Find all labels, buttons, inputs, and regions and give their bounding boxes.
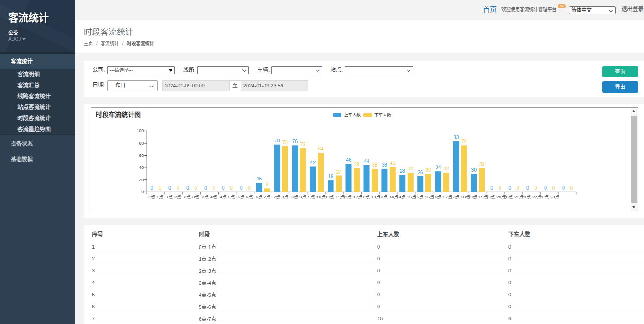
- svg-text:0: 0: [562, 185, 565, 191]
- svg-text:40: 40: [139, 165, 144, 170]
- svg-text:0: 0: [222, 185, 225, 191]
- svg-text:38: 38: [372, 162, 378, 168]
- svg-text:80: 80: [139, 141, 144, 145]
- svg-text:11点-12点: 11点-12点: [343, 194, 362, 199]
- svg-text:28: 28: [400, 168, 405, 174]
- svg-text:15: 15: [257, 176, 262, 181]
- svg-text:0: 0: [535, 185, 537, 191]
- svg-text:0: 0: [141, 190, 144, 194]
- svg-text:60: 60: [139, 153, 144, 158]
- svg-text:76: 76: [461, 139, 467, 144]
- svg-text:9点-10点: 9点-10点: [308, 194, 326, 199]
- svg-text:0: 0: [230, 185, 233, 191]
- svg-text:42: 42: [310, 160, 316, 165]
- svg-text:16点-17点: 16点-17点: [432, 194, 452, 199]
- svg-text:19: 19: [328, 174, 334, 179]
- svg-text:72: 72: [300, 141, 306, 147]
- svg-text:0: 0: [552, 185, 555, 191]
- svg-text:0: 0: [240, 185, 243, 191]
- svg-text:0点-1点: 0点-1点: [148, 194, 163, 199]
- svg-text:3点-4点: 3点-4点: [202, 194, 217, 199]
- svg-text:21点-22点: 21点-22点: [522, 194, 542, 199]
- svg-text:0: 0: [159, 185, 161, 191]
- svg-text:15点-16点: 15点-16点: [414, 194, 435, 199]
- svg-text:6点-7点: 6点-7点: [256, 194, 271, 199]
- svg-text:6: 6: [266, 181, 269, 187]
- svg-text:0: 0: [204, 185, 207, 191]
- svg-text:0: 0: [194, 185, 197, 191]
- svg-text:0: 0: [517, 185, 519, 191]
- svg-text:32: 32: [408, 166, 413, 171]
- svg-text:22点-23点: 22点-23点: [540, 194, 560, 199]
- svg-text:17点-18点: 17点-18点: [450, 194, 470, 199]
- svg-text:0: 0: [212, 185, 215, 191]
- svg-text:38: 38: [382, 162, 387, 168]
- svg-text:26: 26: [418, 169, 423, 175]
- svg-text:76: 76: [292, 139, 298, 144]
- svg-text:27: 27: [336, 169, 342, 174]
- svg-text:20: 20: [139, 178, 144, 182]
- svg-text:0: 0: [248, 185, 251, 191]
- svg-text:39: 39: [479, 162, 485, 167]
- svg-text:100: 100: [137, 128, 144, 133]
- svg-text:46: 46: [346, 157, 351, 162]
- svg-text:19点-20点: 19点-20点: [486, 194, 506, 199]
- svg-text:20点-21点: 20点-21点: [504, 194, 524, 199]
- svg-text:1点-2点: 1点-2点: [166, 194, 181, 199]
- svg-text:0: 0: [186, 185, 189, 191]
- svg-text:12点-13点: 12点-13点: [361, 194, 381, 199]
- svg-text:18点-19点: 18点-19点: [468, 194, 488, 199]
- svg-text:0: 0: [544, 185, 547, 191]
- svg-text:7点-8点: 7点-8点: [274, 194, 289, 199]
- svg-text:5点-6点: 5点-6点: [238, 194, 253, 199]
- svg-text:34: 34: [436, 164, 441, 170]
- svg-text:83: 83: [454, 134, 459, 140]
- svg-text:0: 0: [168, 185, 171, 191]
- svg-text:0: 0: [150, 185, 153, 191]
- svg-text:2点-3点: 2点-3点: [184, 194, 199, 199]
- svg-text:4点-5点: 4点-5点: [220, 194, 235, 199]
- svg-text:10点-11点: 10点-11点: [325, 194, 345, 199]
- svg-text:0: 0: [499, 185, 501, 191]
- svg-text:44: 44: [364, 158, 369, 164]
- svg-text:13点-14点: 13点-14点: [379, 194, 399, 199]
- svg-text:41: 41: [390, 160, 396, 166]
- svg-text:64: 64: [318, 146, 324, 151]
- svg-text:0: 0: [526, 185, 529, 191]
- svg-text:30: 30: [471, 167, 477, 173]
- svg-text:0: 0: [177, 185, 179, 191]
- svg-text:75: 75: [282, 139, 288, 145]
- svg-text:32: 32: [443, 166, 449, 171]
- svg-text:0: 0: [490, 185, 493, 191]
- svg-text:14点-15点: 14点-15点: [397, 194, 417, 199]
- svg-text:0: 0: [508, 185, 511, 191]
- svg-text:78: 78: [275, 138, 280, 143]
- svg-text:0: 0: [570, 185, 573, 191]
- svg-text:30: 30: [426, 167, 431, 173]
- svg-text:8点-9点: 8点-9点: [291, 194, 306, 199]
- svg-text:39: 39: [354, 162, 360, 167]
